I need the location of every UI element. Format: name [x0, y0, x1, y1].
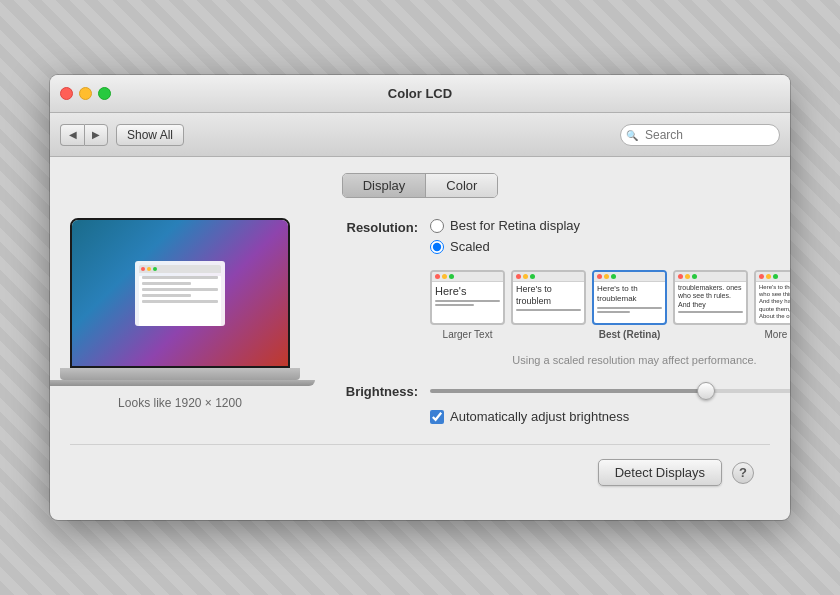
minimize-button[interactable]	[79, 87, 92, 100]
thumb-line-1	[435, 300, 500, 302]
thumb-text-3: Here's to th troublemak	[597, 284, 662, 305]
brightness-slider[interactable]	[430, 389, 790, 393]
thumb-item-2[interactable]: Here's to troublem	[511, 270, 586, 340]
forward-button[interactable]: ▶	[84, 124, 108, 146]
show-all-button[interactable]: Show All	[116, 124, 184, 146]
mock-titlebar	[139, 265, 221, 273]
thumb-line-6	[678, 311, 743, 313]
toolbar: ◀ ▶ Show All	[50, 113, 790, 157]
thumb-content-1: Here's	[432, 282, 503, 323]
thumb-titlebar-4	[675, 272, 746, 282]
settings-section: Resolution: Best for Retina display Scal…	[320, 218, 790, 424]
radio-scaled-label: Scaled	[450, 239, 490, 254]
laptop-section: Looks like 1920 × 1200	[70, 218, 290, 410]
radio-best-retina-label: Best for Retina display	[450, 218, 580, 233]
traffic-lights	[60, 87, 111, 100]
thumb-line-2	[435, 304, 474, 306]
thumb-dot-y-5	[766, 274, 771, 279]
thumb-box-2: Here's to troublem	[511, 270, 586, 325]
thumb-text-4: troublemakers. ones who see th rules. An…	[678, 284, 743, 309]
laptop-resolution-label: Looks like 1920 × 1200	[118, 396, 242, 410]
thumb-content-5: Here's to the crazy ones who see things …	[756, 282, 790, 323]
thumb-dot-r-1	[435, 274, 440, 279]
mock-line-1	[142, 276, 218, 279]
thumb-box-larger-text: Here's	[430, 270, 505, 325]
thumb-item-more-space[interactable]: Here's to the crazy ones who see things …	[754, 270, 790, 340]
thumb-dot-y-3	[604, 274, 609, 279]
thumb-dot-g-5	[773, 274, 778, 279]
thumb-content-2: Here's to troublem	[513, 282, 584, 323]
radio-option-best[interactable]: Best for Retina display	[430, 218, 790, 233]
laptop-foot	[50, 380, 315, 386]
tab-color[interactable]: Color	[426, 174, 497, 197]
detect-displays-button[interactable]: Detect Displays	[598, 459, 722, 486]
mock-line-2	[142, 282, 191, 285]
thumb-label-larger-text: Larger Text	[443, 329, 493, 340]
auto-brightness-label: Automatically adjust brightness	[450, 409, 629, 424]
thumb-item-best-retina[interactable]: Here's to th troublemak Best (Retina)	[592, 270, 667, 340]
thumb-titlebar-1	[432, 272, 503, 282]
auto-brightness-checkbox[interactable]	[430, 410, 444, 424]
maximize-button[interactable]	[98, 87, 111, 100]
thumb-box-more-space: Here's to the crazy ones who see things …	[754, 270, 790, 325]
thumb-item-4[interactable]: troublemakers. ones who see th rules. An…	[673, 270, 748, 340]
laptop-preview	[70, 218, 290, 368]
thumb-titlebar-3	[594, 272, 665, 282]
mock-dot-green	[153, 267, 157, 271]
thumb-dot-y-1	[442, 274, 447, 279]
radio-best-retina[interactable]	[430, 219, 444, 233]
thumb-dot-r-2	[516, 274, 521, 279]
thumb-text-2: Here's to troublem	[516, 284, 581, 307]
slider-wrapper	[430, 389, 790, 393]
mock-line-4	[142, 294, 191, 297]
search-input[interactable]	[620, 124, 780, 146]
resolution-row: Resolution: Best for Retina display Scal…	[320, 218, 790, 366]
radio-options: Best for Retina display Scaled	[430, 218, 790, 366]
thumb-text-5: Here's to the crazy ones who see things …	[759, 284, 790, 320]
mock-line-3	[142, 288, 218, 291]
scaled-hint: Using a scaled resolution may affect per…	[440, 354, 790, 366]
thumb-item-larger-text[interactable]: Here's Larger Text	[430, 270, 505, 340]
thumb-label-best-retina: Best (Retina)	[599, 329, 661, 340]
thumb-dot-r-5	[759, 274, 764, 279]
laptop-window-mock	[135, 261, 225, 326]
thumb-label-more-space: More Space	[765, 329, 790, 340]
thumb-text-1: Here's	[435, 284, 500, 298]
mock-dot-red	[141, 267, 145, 271]
thumb-dot-g-2	[530, 274, 535, 279]
tab-display[interactable]: Display	[343, 174, 427, 197]
thumb-dot-g-3	[611, 274, 616, 279]
laptop-base	[60, 368, 300, 380]
mock-dot-yellow	[147, 267, 151, 271]
mock-line-5	[142, 300, 218, 303]
titlebar: Color LCD	[50, 75, 790, 113]
mock-content	[139, 276, 221, 326]
radio-option-scaled[interactable]: Scaled	[430, 239, 790, 254]
thumb-dot-y-4	[685, 274, 690, 279]
resolution-thumbnails: Here's Larger Text	[430, 270, 790, 340]
laptop-screen	[72, 220, 288, 366]
thumb-dot-y-2	[523, 274, 528, 279]
thumb-dot-g-1	[449, 274, 454, 279]
thumb-content-3: Here's to th troublemak	[594, 282, 665, 323]
radio-scaled[interactable]	[430, 240, 444, 254]
thumb-line-4	[597, 307, 662, 309]
thumb-dot-g-4	[692, 274, 697, 279]
thumb-box-4: troublemakers. ones who see th rules. An…	[673, 270, 748, 325]
thumb-content-4: troublemakers. ones who see th rules. An…	[675, 282, 746, 323]
brightness-label: Brightness:	[320, 382, 430, 399]
main-content: Looks like 1920 × 1200 Resolution: Best …	[70, 218, 770, 424]
tabs-row: Display Color	[70, 173, 770, 198]
thumb-dot-r-4	[678, 274, 683, 279]
resolution-label: Resolution:	[320, 218, 430, 235]
help-button[interactable]: ?	[732, 462, 754, 484]
close-button[interactable]	[60, 87, 73, 100]
tab-group: Display Color	[342, 173, 499, 198]
bottom-bar: Detect Displays ?	[70, 444, 770, 500]
thumb-line-3	[516, 309, 581, 311]
thumb-line-5	[597, 311, 630, 313]
back-button[interactable]: ◀	[60, 124, 84, 146]
thumb-box-best-retina: Here's to th troublemak	[592, 270, 667, 325]
auto-brightness-row: Automatically adjust brightness	[430, 409, 790, 424]
thumb-titlebar-5	[756, 272, 790, 282]
